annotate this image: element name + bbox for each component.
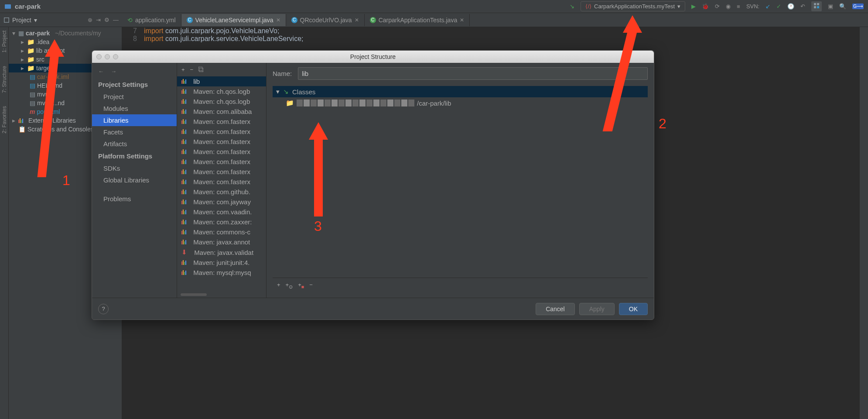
library-name-input[interactable] [298,67,648,80]
classes-path[interactable]: 📁 /car-park/lib [273,97,648,109]
tab-label: application.yml [135,17,176,24]
sidebar-item-problems[interactable]: Problems [92,193,177,205]
tree-item[interactable]: ▸📁.idea [9,38,122,46]
profile-icon[interactable]: ◉ [726,3,731,10]
library-list-item[interactable]: Maven: com.fasterx [177,117,266,127]
update-icon[interactable]: ↙ [765,3,770,10]
sidebar-item-sdks[interactable]: SDKs [92,162,177,174]
library-list-item[interactable]: Maven: mysql:mysq [177,268,266,278]
sidebar-item-modules[interactable]: Modules [92,103,177,114]
run-icon[interactable]: ▶ [691,3,696,10]
commit-icon[interactable]: ✓ [776,3,781,10]
library-list-item[interactable]: Maven: com.fasterx [177,137,266,147]
ok-button[interactable]: OK [619,303,648,315]
remove-icon[interactable]: − [309,282,313,290]
close-icon[interactable]: ✕ [460,17,464,23]
library-list-item[interactable]: Maven: com.fasterx [177,127,266,137]
library-list-item[interactable]: Maven: com.fasterx [177,147,266,157]
tab-vehiclelaneservice[interactable]: C VehicleLaneServiceImpl.java ✕ [181,14,286,26]
library-list-item[interactable]: lib [177,76,266,86]
left-tool-strip: 1: Project 7: Structure 2: Favorites [0,27,9,419]
item-label: mvnw...nd [37,100,65,106]
lib-label: lib [193,78,200,85]
item-label: target [36,65,52,72]
library-list-item[interactable]: Maven: com.alibaba [177,106,266,117]
terminal-icon[interactable]: ▣ [828,3,833,10]
tab-application-yml[interactable]: ⟲ application.yml [122,14,181,26]
gear-icon[interactable]: ⚙ [104,17,109,23]
svn-label: SVN: [746,3,759,10]
library-list-item[interactable]: Maven: com.jayway [177,197,266,207]
window-controls[interactable] [96,54,118,59]
sidebar-item-artifacts[interactable]: Artifacts [92,138,177,150]
library-list-item[interactable]: Maven: com.zaxxer: [177,217,266,227]
tree-root[interactable]: ▾ ▦ car-park ~/Documents/my [9,29,122,38]
library-list-item[interactable]: Maven: junit:junit:4. [177,258,266,268]
hide-icon[interactable]: — [113,17,119,23]
search-icon[interactable]: 🔍 [839,3,846,10]
sidebar-item-libraries[interactable]: Libraries [92,114,177,126]
side-tab-project[interactable]: 1: Project [1,31,7,53]
target-icon[interactable]: ⊕ [88,17,92,23]
library-list-item[interactable]: Maven: commons-c [177,227,266,237]
library-list-item[interactable]: ⬇ Maven: javax.validat [177,247,266,258]
revert-icon[interactable]: ↶ [800,3,805,10]
library-list-item[interactable]: Maven: javax.annot [177,237,266,247]
history-icon[interactable]: 🕐 [787,3,794,10]
sidebar-item-facets[interactable]: Facets [92,126,177,138]
sidebar-item-project[interactable]: Project [92,91,177,103]
apply-button[interactable]: Apply [579,303,615,315]
copy-icon[interactable]: ⿻ [198,66,204,73]
tab-qrcodeurlvo[interactable]: C QRcodeUrlVO.java ✕ [286,14,365,26]
add-icon[interactable]: + [277,282,280,290]
svg-rect-5 [4,17,9,22]
library-list-item[interactable]: Maven: com.vaadin. [177,207,266,217]
add-url-icon[interactable]: +■ [298,282,304,290]
lib-label: Maven: com.fasterx [193,148,250,155]
add-icon[interactable]: + [181,66,185,73]
project-structure-dialog: Project Structure ←→ Project Settings Pr… [92,50,654,320]
tab-label: CarparkApplicationTests.java [379,17,458,24]
module-icon: ▦ [18,30,24,37]
debug-icon[interactable]: 🐞 [702,3,709,10]
run-config-selector[interactable]: ⟨/⟩ CarparkApplicationTests.myTest ▾ [581,1,685,11]
add-special-icon[interactable]: +⊙ [286,282,293,290]
side-tab-favorites[interactable]: 2: Favorites [1,106,7,134]
library-list-item[interactable]: Maven: com.fasterx [177,177,266,187]
close-icon[interactable]: ✕ [355,17,359,23]
library-list-item[interactable]: Maven: ch.qos.logb [177,96,266,106]
collapse-icon[interactable]: ⇥ [96,17,101,23]
library-list-item[interactable]: Maven: com.fasterx [177,157,266,167]
translate-icon[interactable]: G⟶ [852,3,864,9]
project-structure-icon[interactable] [811,1,822,11]
library-list-panel: + − ⿻ lib Maven: ch.qos.logb Maven: ch.q… [177,63,267,298]
project-tool-button[interactable]: Project ▾ [3,17,37,24]
scrollbar[interactable] [181,293,207,296]
project-icon [4,3,11,10]
remove-icon[interactable]: − [190,66,194,73]
tab-carparkapptests[interactable]: C CarparkApplicationTests.java ✕ [365,14,470,26]
help-button[interactable]: ? [98,304,109,314]
hammer-icon[interactable]: ↘ [570,3,574,10]
stop-icon[interactable]: ■ [737,3,740,10]
library-list-item[interactable]: Maven: com.fasterx [177,167,266,177]
sidebar-item-global-libs[interactable]: Global Libraries [92,174,177,186]
chevron-down-icon[interactable]: ▾ [12,30,17,37]
right-tool-strip [859,27,868,419]
class-run-icon: C [370,17,376,23]
lib-label: Maven: com.fasterx [193,128,250,135]
back-icon[interactable]: ← [98,68,104,75]
library-list-item[interactable]: Maven: com.github. [177,187,266,197]
side-tab-structure[interactable]: 7: Structure [1,66,7,93]
forward-icon[interactable]: → [111,68,116,75]
item-label: src [36,56,44,63]
lib-label: Maven: ch.qos.logb [193,88,250,95]
coverage-icon[interactable]: ⟳ [715,3,720,10]
cancel-button[interactable]: Cancel [536,303,575,315]
dialog-sidebar: ←→ Project Settings Project Modules Libr… [92,63,177,298]
dialog-titlebar[interactable]: Project Structure [92,51,654,63]
library-list-item[interactable]: Maven: ch.qos.logb [177,86,266,96]
chevron-down-icon: ▾ [276,88,280,96]
classes-node[interactable]: ▾ ↘ Classes [273,86,648,97]
close-icon[interactable]: ✕ [276,17,280,23]
